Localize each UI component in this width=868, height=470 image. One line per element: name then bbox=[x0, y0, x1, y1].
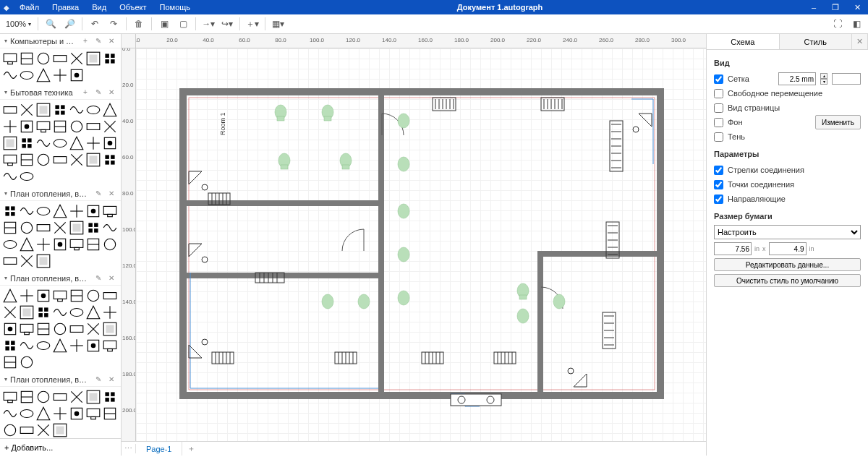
menu-edit[interactable]: Правка bbox=[46, 0, 85, 14]
shape-stencil[interactable] bbox=[2, 168, 18, 184]
shape-stencil[interactable] bbox=[52, 406, 68, 422]
shape-stencil[interactable] bbox=[85, 236, 101, 252]
shape-stencil[interactable] bbox=[2, 422, 18, 438]
shape-stencil[interactable] bbox=[102, 102, 118, 118]
shape-stencil[interactable] bbox=[102, 236, 118, 252]
window-minimize[interactable]: – bbox=[803, 3, 825, 12]
shape-stencil[interactable] bbox=[102, 119, 118, 134]
category-header-hvac-2[interactable]: ▾План отопления, вентиляции... ✎ ✕ bbox=[0, 271, 121, 286]
category-header-hvac-1[interactable]: ▾План отопления, вентиляции... ✎ ✕ bbox=[0, 187, 121, 201]
shape-stencil[interactable] bbox=[69, 51, 85, 67]
category-edit-icon[interactable]: ✎ bbox=[93, 274, 103, 282]
shape-stencil[interactable] bbox=[2, 253, 18, 269]
shape-stencil[interactable] bbox=[35, 389, 51, 405]
shape-stencil[interactable] bbox=[69, 135, 85, 151]
shape-stencil[interactable] bbox=[85, 220, 101, 236]
category-close-icon[interactable]: ✕ bbox=[106, 189, 116, 197]
shape-stencil[interactable] bbox=[19, 135, 35, 151]
shape-stencil[interactable] bbox=[19, 288, 35, 304]
edit-data-button[interactable]: Редактировать данные... bbox=[714, 258, 861, 271]
shape-stencil[interactable] bbox=[35, 253, 51, 269]
grid-color-swatch[interactable] bbox=[832, 73, 861, 85]
shape-stencil[interactable] bbox=[35, 135, 51, 151]
shape-stencil[interactable] bbox=[52, 67, 68, 83]
shape-stencil[interactable] bbox=[85, 338, 101, 354]
shape-stencil[interactable] bbox=[69, 288, 85, 304]
shape-stencil[interactable] bbox=[35, 220, 51, 236]
shape-stencil[interactable] bbox=[102, 338, 118, 354]
category-add-icon[interactable]: + bbox=[80, 88, 90, 96]
shape-stencil[interactable] bbox=[35, 406, 51, 422]
insert-icon[interactable]: ＋▾ bbox=[244, 16, 261, 32]
to-front-icon[interactable]: ▣ bbox=[156, 16, 173, 32]
shape-stencil[interactable] bbox=[35, 203, 51, 219]
shape-stencil[interactable] bbox=[52, 389, 68, 405]
menu-object[interactable]: Объект bbox=[113, 0, 153, 14]
shape-stencil[interactable] bbox=[19, 220, 35, 236]
shape-stencil[interactable] bbox=[69, 321, 85, 337]
shape-stencil[interactable] bbox=[35, 67, 51, 83]
shape-stencil[interactable] bbox=[19, 51, 35, 67]
shape-stencil[interactable] bbox=[2, 152, 18, 168]
shape-stencil[interactable] bbox=[2, 288, 18, 304]
page-menu-icon[interactable]: ⋯ bbox=[122, 444, 136, 453]
zoom-in-icon[interactable]: 🔍 bbox=[42, 16, 59, 32]
shape-stencil[interactable] bbox=[2, 203, 18, 219]
shape-stencil[interactable] bbox=[52, 236, 68, 252]
shape-stencil[interactable] bbox=[69, 220, 85, 236]
change-bg-button[interactable]: Изменить bbox=[815, 115, 861, 129]
shape-stencil[interactable] bbox=[35, 338, 51, 354]
shape-stencil[interactable] bbox=[2, 119, 18, 134]
zoom-out-icon[interactable]: 🔎 bbox=[61, 16, 78, 32]
shape-stencil[interactable] bbox=[102, 203, 118, 219]
shape-stencil[interactable] bbox=[2, 135, 18, 151]
shape-stencil[interactable] bbox=[19, 321, 35, 337]
shape-stencil[interactable] bbox=[85, 288, 101, 304]
category-close-icon[interactable]: ✕ bbox=[106, 375, 116, 383]
shape-stencil[interactable] bbox=[19, 422, 35, 438]
category-close-icon[interactable]: ✕ bbox=[106, 88, 116, 96]
shape-stencil[interactable] bbox=[19, 304, 35, 320]
shape-stencil[interactable] bbox=[52, 102, 68, 118]
connector-icon[interactable]: ↪▾ bbox=[218, 16, 236, 32]
shape-stencil[interactable] bbox=[2, 389, 18, 405]
clear-style-button[interactable]: Очистить стиль по умолчанию bbox=[714, 274, 861, 287]
shape-stencil[interactable] bbox=[2, 338, 18, 354]
paper-height-input[interactable] bbox=[769, 242, 807, 255]
category-edit-icon[interactable]: ✎ bbox=[93, 88, 103, 96]
shape-stencil[interactable] bbox=[19, 338, 35, 354]
shape-stencil[interactable] bbox=[35, 321, 51, 337]
shape-stencil[interactable] bbox=[102, 321, 118, 337]
tab-style[interactable]: Стиль bbox=[780, 34, 853, 49]
shape-stencil[interactable] bbox=[2, 102, 18, 118]
shape-stencil[interactable] bbox=[69, 119, 85, 134]
delete-icon[interactable]: 🗑 bbox=[130, 16, 148, 32]
shape-stencil[interactable] bbox=[35, 119, 51, 134]
category-close-icon[interactable]: ✕ bbox=[106, 274, 116, 282]
grid-checkbox[interactable] bbox=[714, 74, 723, 84]
category-edit-icon[interactable]: ✎ bbox=[93, 375, 103, 383]
shadow-checkbox[interactable] bbox=[714, 132, 723, 142]
shape-stencil[interactable] bbox=[2, 304, 18, 320]
category-add-icon[interactable]: + bbox=[80, 37, 90, 45]
menu-view[interactable]: Вид bbox=[85, 0, 113, 14]
window-maximize[interactable]: ❐ bbox=[825, 3, 846, 12]
shape-stencil[interactable] bbox=[35, 304, 51, 320]
conn-arrows-checkbox[interactable] bbox=[714, 166, 723, 175]
close-panel-icon[interactable]: ✕ bbox=[852, 34, 868, 49]
shape-stencil[interactable] bbox=[102, 304, 118, 320]
shape-stencil[interactable] bbox=[19, 67, 35, 83]
shape-stencil[interactable] bbox=[2, 321, 18, 337]
shape-stencil[interactable] bbox=[52, 422, 68, 438]
shape-stencil[interactable] bbox=[52, 135, 68, 151]
add-shapes-button[interactable]: + Добавить... bbox=[0, 438, 121, 456]
shape-stencil[interactable] bbox=[19, 406, 35, 422]
shape-stencil[interactable] bbox=[2, 51, 18, 67]
shape-stencil[interactable] bbox=[52, 152, 68, 168]
shape-stencil[interactable] bbox=[2, 406, 18, 422]
shape-stencil[interactable] bbox=[52, 288, 68, 304]
shape-stencil[interactable] bbox=[69, 338, 85, 354]
shape-stencil[interactable] bbox=[19, 119, 35, 134]
to-back-icon[interactable]: ▢ bbox=[174, 16, 192, 32]
shape-stencil[interactable] bbox=[2, 354, 18, 370]
